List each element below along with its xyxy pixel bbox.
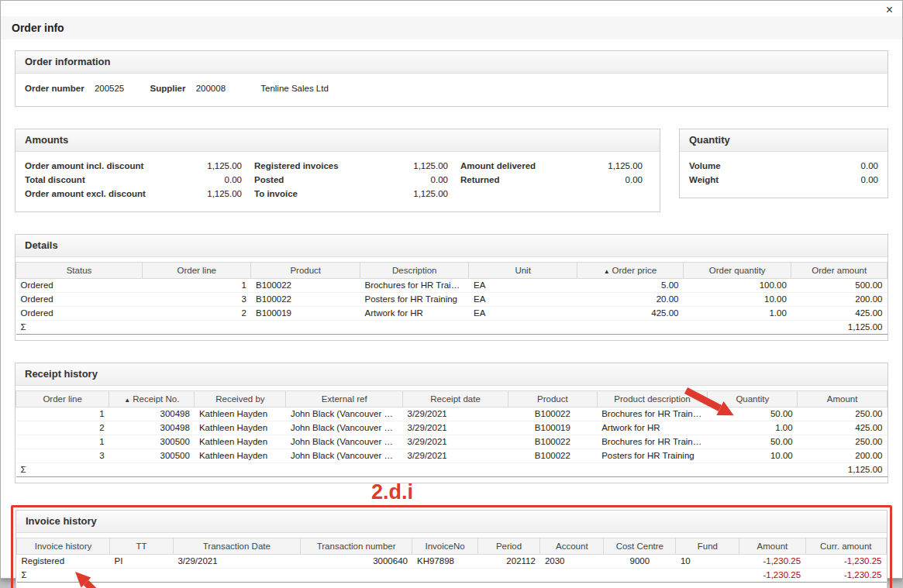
column-header-product-description[interactable]: Product description <box>597 391 708 407</box>
sum-cell: -1,230.25 <box>805 569 886 583</box>
sum-cell <box>360 321 469 335</box>
invoice-history-table: Invoice historyTTTransaction DateTransac… <box>16 538 887 583</box>
table-cell: 3 <box>142 293 251 307</box>
column-header-invoice-no[interactable]: InvoiceNo <box>412 538 477 555</box>
table-row[interactable]: 2300498Kathleen HaydenJohn Black (Vancou… <box>16 421 887 435</box>
close-icon[interactable]: × <box>886 4 893 16</box>
column-header-receipt-no[interactable]: ▲Receipt No. <box>109 391 195 407</box>
column-header-invoice-history[interactable]: Invoice history <box>17 538 110 555</box>
column-header-curr-amount[interactable]: Curr. amount <box>805 538 886 555</box>
sum-cell: Σ <box>16 321 143 335</box>
amount-value: 1,125.00 <box>608 160 643 171</box>
amount-value: 1,125.00 <box>413 160 448 171</box>
table-row[interactable]: 1300498Kathleen HaydenJohn Black (Vancou… <box>16 407 887 421</box>
column-header-receipt-date[interactable]: Receipt date <box>403 391 508 407</box>
sum-cell <box>597 463 708 477</box>
table-cell: Kathleen Hayden <box>195 407 286 421</box>
table-cell: 3/29/2021 <box>403 435 508 449</box>
table-row[interactable]: Ordered3B100022Posters for HR TrainingEA… <box>16 293 887 307</box>
table-cell: 20.00 <box>577 293 683 307</box>
receipt-history-section: Receipt history Order line▲Receipt No.Re… <box>15 363 888 483</box>
sort-ascending-icon: ▲ <box>124 397 130 404</box>
quantity-value: 0.00 <box>861 174 878 185</box>
table-cell: 2 <box>16 421 109 435</box>
column-header-status[interactable]: Status <box>16 263 143 279</box>
table-cell: John Black (Vancouver Of... <box>286 435 403 449</box>
column-header-order-price[interactable]: ▲Order price <box>577 263 683 279</box>
table-cell: 50.00 <box>708 435 798 449</box>
sum-cell <box>676 569 739 583</box>
sum-cell <box>109 463 195 477</box>
column-header-product[interactable]: Product <box>508 391 598 407</box>
table-cell: 9000 <box>604 555 676 569</box>
table-cell: 3/29/2021 <box>403 421 508 435</box>
table-cell: B100022 <box>508 435 598 449</box>
table-cell: 200.00 <box>791 293 887 307</box>
table-cell: PI <box>110 555 174 569</box>
sum-cell <box>142 321 251 335</box>
table-cell: Kathleen Hayden <box>195 435 286 449</box>
sum-cell <box>251 321 360 335</box>
sum-row: Σ-1,230.25-1,230.25 <box>17 569 887 583</box>
table-row[interactable]: RegisteredPI3/29/20213000640KH9789820211… <box>17 555 887 569</box>
amounts-column-3: Amount delivered1,125.00 Returned0.00 <box>460 160 643 202</box>
sum-cell <box>604 569 676 583</box>
table-row[interactable]: Ordered2B100019Artwork for HREA425.001.0… <box>16 307 887 321</box>
amount-field: To invoice1,125.00 <box>254 188 448 199</box>
column-header-product[interactable]: Product <box>251 263 360 279</box>
column-header-quantity[interactable]: Quantity <box>708 391 798 407</box>
amounts-body: Order amount incl. discount1,125.00 Tota… <box>16 152 660 211</box>
table-cell: B100022 <box>251 279 360 293</box>
column-header-cost-centre[interactable]: Cost Centre <box>604 538 676 555</box>
column-header-order-quantity[interactable]: Order quantity <box>683 263 791 279</box>
table-cell: 202112 <box>477 555 540 569</box>
table-row[interactable]: 1300500Kathleen HaydenJohn Black (Vancou… <box>16 435 887 449</box>
table-cell: 2 <box>142 307 251 321</box>
order-information-title: Order information <box>16 51 887 74</box>
table-cell: 500.00 <box>791 279 887 293</box>
column-header-description[interactable]: Description <box>360 263 469 279</box>
column-header-period[interactable]: Period <box>477 538 540 555</box>
supplier-code: 200008 <box>196 84 226 93</box>
table-row[interactable]: 3300500Kathleen HaydenJohn Black (Vancou… <box>16 449 887 463</box>
table-cell: 3 <box>16 449 109 463</box>
column-header-transaction-number[interactable]: Transaction number <box>300 538 412 555</box>
sum-cell: Σ <box>17 569 110 583</box>
table-row[interactable]: Ordered1B100022Brochures for HR Traini..… <box>16 279 887 293</box>
column-header-order-amount[interactable]: Order amount <box>791 263 887 279</box>
amount-label: Order amount excl. discount <box>25 188 146 199</box>
column-header-external-ref[interactable]: External ref <box>286 391 403 407</box>
invoice-history-section: Invoice history Invoice historyTTTransac… <box>16 510 887 588</box>
column-header-amount[interactable]: Amount <box>739 538 805 555</box>
sum-cell <box>577 321 683 335</box>
column-header-amount[interactable]: Amount <box>798 391 887 407</box>
column-header-received-by[interactable]: Received by <box>195 391 286 407</box>
table-cell: 100.00 <box>683 279 791 293</box>
amounts-column-1: Order amount incl. discount1,125.00 Tota… <box>25 160 242 202</box>
column-header-fund[interactable]: Fund <box>676 538 739 555</box>
column-header-order-line[interactable]: Order line <box>142 263 251 279</box>
table-cell: 200.00 <box>798 449 887 463</box>
table-cell: B100022 <box>251 293 360 307</box>
table-cell: 1.00 <box>708 421 798 435</box>
amount-field: Posted0.00 <box>254 174 448 185</box>
order-info-dialog: × Order info Order information Order num… <box>0 0 903 579</box>
amount-label: Amount delivered <box>460 160 536 171</box>
table-cell: Posters for HR Training <box>360 293 469 307</box>
column-header-transaction-date[interactable]: Transaction Date <box>173 538 300 555</box>
table-cell: 3/29/2021 <box>403 449 508 463</box>
column-header-tt[interactable]: TT <box>110 538 174 555</box>
order-information-body: Order number 200525 Supplier 200008 Tenl… <box>16 74 887 106</box>
details-title: Details <box>16 235 887 257</box>
amount-value: 1,125.00 <box>413 188 448 199</box>
quantity-section: Quantity Volume0.00 Weight0.00 <box>679 129 888 198</box>
column-header-order-line[interactable]: Order line <box>16 391 109 407</box>
order-number-value: 200525 <box>95 84 124 93</box>
table-cell: Ordered <box>16 307 143 321</box>
amount-label: Registered invoices <box>254 160 339 171</box>
column-header-unit[interactable]: Unit <box>469 263 577 279</box>
header-row: Order line▲Receipt No.Received byExterna… <box>16 391 887 407</box>
column-header-account[interactable]: Account <box>540 538 604 555</box>
amount-value: 0.00 <box>225 174 242 185</box>
sum-cell <box>508 463 598 477</box>
